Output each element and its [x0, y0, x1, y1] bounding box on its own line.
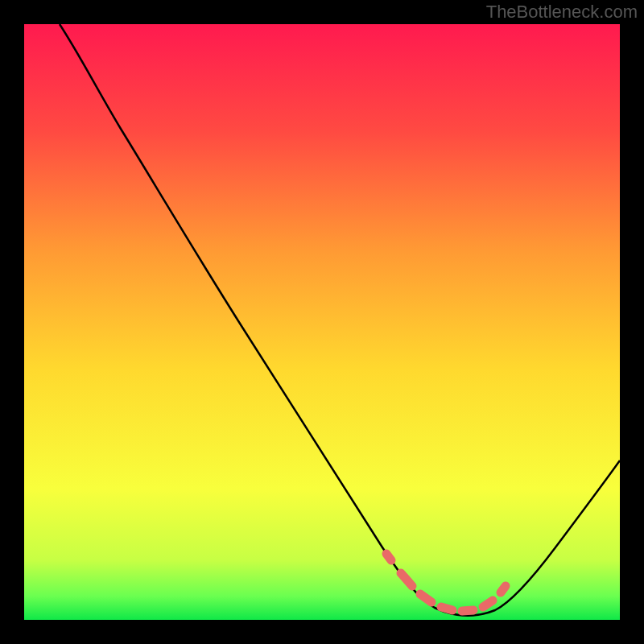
svg-line-0 [386, 554, 391, 560]
svg-line-3 [441, 607, 452, 610]
plot-area [24, 24, 620, 620]
bottleneck-chart [0, 0, 644, 644]
chart-container: TheBottleneck.com [0, 0, 644, 644]
svg-line-6 [501, 586, 506, 592]
watermark-text: TheBottleneck.com [486, 2, 638, 23]
svg-line-5 [483, 601, 493, 607]
svg-line-4 [462, 610, 473, 611]
